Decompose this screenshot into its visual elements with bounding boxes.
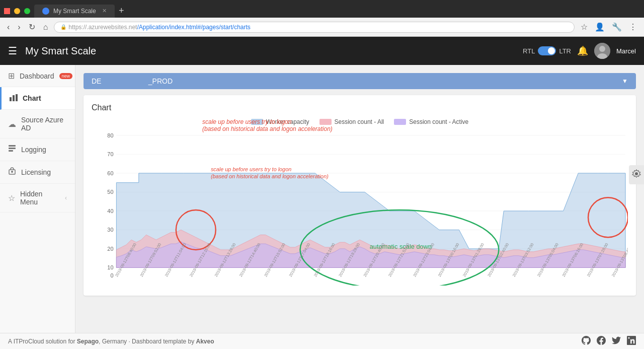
env-selector-text: DE _PROD: [92, 77, 173, 85]
sidebar-label-charts: Chart: [23, 94, 41, 102]
profile-icon[interactable]: 👤: [593, 20, 607, 34]
toolbar-icons: ☆ 👤 🔧 ⋮: [579, 20, 639, 34]
user-name: Marcel: [616, 47, 636, 55]
notifications-icon[interactable]: 🔔: [577, 45, 588, 56]
forward-button[interactable]: ›: [16, 22, 22, 33]
sidebar-item-dashboard[interactable]: ⊞ Dashboard new: [0, 65, 75, 87]
y-axis-labels: 80 70 60 50 40 30 20 10 0: [107, 132, 113, 278]
legend-label-session-active: Session count - Active: [409, 118, 468, 125]
sidebar-item-logging[interactable]: Logging: [0, 138, 75, 161]
lock-icon: 🔒: [60, 24, 66, 30]
chart-legend: Worker capacity Session count - All Sess…: [92, 118, 628, 125]
svg-text:80: 80: [107, 132, 113, 138]
window-minimize[interactable]: [14, 8, 20, 14]
svg-rect-4: [13, 95, 15, 101]
app-title: My Smart Scale: [25, 45, 96, 57]
ltr-label: LTR: [559, 47, 571, 55]
github-icon[interactable]: [582, 336, 591, 347]
svg-text:0: 0: [110, 272, 113, 278]
url-domain: .azurewebsites.net: [87, 24, 137, 31]
sidebar-label-hidden-menu: Hidden Menu: [20, 190, 60, 206]
svg-text:40: 40: [107, 208, 113, 214]
rtl-ltr-switch[interactable]: [538, 46, 556, 55]
tab-close-button[interactable]: ✕: [102, 8, 107, 14]
chart-svg-container: 80 70 60 50 40 30 20 10 0: [92, 129, 628, 288]
svg-point-49: [635, 172, 638, 175]
chart-container: Chart scale up before users try to logon…: [84, 95, 636, 296]
dashboard-icon: ⊞: [8, 71, 15, 81]
sidebar-label-licensing: Licensing: [21, 168, 51, 176]
extension-icon[interactable]: 🔧: [610, 20, 624, 34]
env-selector[interactable]: DE _PROD ▼: [84, 73, 636, 89]
menu-hamburger-icon[interactable]: ☰: [8, 45, 17, 57]
sidebar-item-source-azure-ad[interactable]: ☁ Source Azure AD: [0, 110, 75, 138]
url-path: /Application/index.html#/pages/start/cha…: [137, 24, 250, 31]
user-avatar[interactable]: [594, 43, 610, 59]
sidebar: ⊞ Dashboard new Chart ☁ Source Azure AD: [0, 65, 75, 333]
svg-rect-8: [9, 150, 13, 152]
hidden-menu-icon: ☆: [8, 193, 15, 203]
content-area: DE _PROD ▼ Chart scale up before users t…: [75, 65, 644, 333]
svg-text:60: 60: [107, 170, 113, 176]
nav-bar: ‹ › ↻ ⌂ 🔒 https://.azurewebsites.net/App…: [0, 18, 644, 37]
footer-company: Sepago: [77, 338, 99, 345]
footer-text: A ITProCloud solution for Sepago, German…: [8, 338, 214, 345]
svg-text:20: 20: [107, 246, 113, 252]
svg-rect-3: [10, 97, 12, 101]
home-button[interactable]: ⌂: [41, 22, 50, 33]
main-layout: ⊞ Dashboard new Chart ☁ Source Azure AD: [0, 65, 644, 333]
window-maximize[interactable]: [24, 8, 30, 14]
bookmark-icon[interactable]: ☆: [579, 20, 590, 34]
footer-template-company: Akveo: [196, 338, 214, 345]
address-url: https://.azurewebsites.net/Application/i…: [68, 24, 251, 31]
twitter-icon[interactable]: [612, 336, 621, 347]
svg-rect-7: [9, 148, 16, 149]
svg-point-10: [11, 171, 13, 173]
facebook-icon[interactable]: [597, 336, 606, 347]
address-bar[interactable]: 🔒 https://.azurewebsites.net/Application…: [54, 22, 575, 33]
sidebar-item-charts[interactable]: Chart: [0, 87, 75, 110]
tab-bar: My Smart Scale ✕ +: [0, 0, 644, 18]
sidebar-label-azure-ad: Source Azure AD: [21, 116, 67, 132]
sidebar-label-dashboard: Dashboard: [20, 72, 54, 80]
header-right: RTL LTR 🔔 Marcel: [523, 43, 636, 59]
chart-svg: 80 70 60 50 40 30 20 10 0: [92, 129, 628, 286]
app-header: ☰ My Smart Scale RTL LTR 🔔 Marcel: [0, 37, 644, 65]
footer-middle: , Germany · Dashboard template by: [99, 338, 196, 345]
env-dropdown-arrow-icon: ▼: [622, 78, 628, 85]
toggle-knob: [548, 47, 555, 54]
gear-icon: [632, 169, 641, 178]
legend-session-active: Session count - Active: [394, 118, 468, 125]
reload-button[interactable]: ↻: [27, 21, 37, 33]
app-footer: A ITProCloud solution for Sepago, German…: [0, 333, 644, 349]
sidebar-item-licensing[interactable]: Licensing: [0, 161, 75, 184]
browser-controls-left: [4, 8, 30, 14]
window-close[interactable]: [4, 8, 10, 14]
linkedin-icon[interactable]: [627, 336, 636, 347]
more-icon[interactable]: ⋮: [627, 20, 639, 34]
azure-icon: ☁: [8, 119, 16, 129]
charts-icon: [10, 93, 18, 103]
dashboard-badge: new: [59, 73, 73, 79]
svg-rect-6: [9, 145, 16, 147]
sidebar-item-hidden-menu[interactable]: ☆ Hidden Menu ‹: [0, 184, 75, 213]
collapse-icon: ‹: [65, 194, 67, 201]
svg-text:70: 70: [107, 151, 113, 157]
back-button[interactable]: ‹: [5, 22, 12, 33]
app-container: ☰ My Smart Scale RTL LTR 🔔 Marcel: [0, 37, 644, 349]
annotation-text-scale-up-1: scale up before users try to logon: [211, 166, 291, 172]
legend-label-session-all: Session count - All: [335, 118, 384, 125]
annotation-text-scale-up-2: (based on historical data and logon acce…: [211, 173, 329, 179]
annotation-scale-up: scale up before users try to logon (base…: [202, 118, 333, 132]
active-tab[interactable]: My Smart Scale ✕: [34, 5, 115, 18]
tab-title: My Smart Scale: [53, 8, 96, 15]
rtl-ltr-toggle[interactable]: RTL LTR: [523, 46, 571, 55]
svg-text:50: 50: [107, 189, 113, 195]
new-tab-button[interactable]: +: [115, 6, 128, 16]
sidebar-label-logging: Logging: [21, 146, 46, 154]
footer-social-links: [582, 336, 636, 347]
settings-panel-icon[interactable]: [629, 165, 644, 184]
svg-point-1: [599, 46, 605, 52]
svg-rect-5: [16, 94, 18, 101]
svg-text:30: 30: [107, 227, 113, 233]
